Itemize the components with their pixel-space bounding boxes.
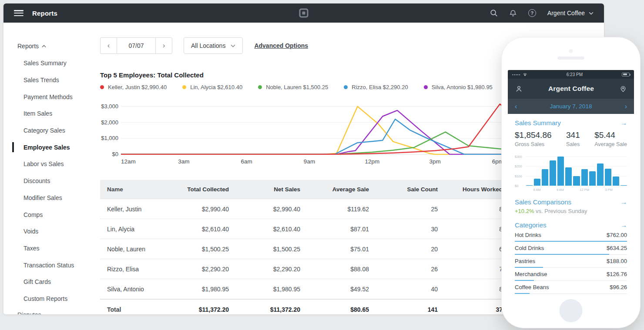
x-tick-label: 12pm xyxy=(365,158,379,165)
category-row-hot-drinks[interactable]: Hot Drinks$762.00 xyxy=(515,229,627,242)
sidebar-item-label: Modifier Sales xyxy=(23,194,62,201)
sidebar-item-label: Gift Cards xyxy=(23,278,51,285)
table-cell: $119.62 xyxy=(300,206,369,213)
sidebar-item-modifier-sales[interactable]: Modifier Sales xyxy=(3,190,97,207)
sidebar-item-sales-summary[interactable]: Sales Summary xyxy=(3,55,97,72)
sidebar-item-taxes[interactable]: Taxes xyxy=(3,240,97,257)
x-tick-label: 6 AM xyxy=(533,188,541,192)
help-icon[interactable]: ? xyxy=(528,9,536,17)
bar xyxy=(613,177,619,186)
x-tick-label: 9 AM xyxy=(557,188,564,192)
location-pin-icon[interactable] xyxy=(619,85,627,93)
bar-rect xyxy=(597,163,604,186)
search-icon[interactable] xyxy=(490,9,498,17)
notifications-bell-icon[interactable] xyxy=(509,9,517,17)
x-tick-label xyxy=(526,188,532,192)
legend-dot xyxy=(424,85,428,89)
phone-camera xyxy=(569,49,573,53)
sidebar-item-label: Custom Reports xyxy=(23,295,67,302)
line-series-lin-alycia xyxy=(121,107,508,154)
categories-header[interactable]: Categories → xyxy=(515,221,627,229)
sidebar-item-payment-methods[interactable]: Payment Methods xyxy=(3,88,97,105)
y-tick-label: $2,000 xyxy=(101,119,118,126)
sidebar-item-transaction-status[interactable]: Transaction Status xyxy=(3,257,97,273)
hamburger-menu-icon[interactable] xyxy=(14,10,23,16)
sidebar-item-gift-cards[interactable]: Gift Cards xyxy=(3,273,97,290)
sidebar-section-label: Reports xyxy=(17,43,39,50)
previous-day-button[interactable]: ‹ xyxy=(515,103,517,110)
locations-dropdown[interactable]: All Locations xyxy=(184,37,243,54)
y-tick-label: $0 xyxy=(112,151,118,157)
date-input[interactable]: 07/07 xyxy=(117,37,156,54)
sales-comparisons-header[interactable]: Sales Comparisons → xyxy=(515,198,627,206)
column-header-total-collected[interactable]: Total Collected xyxy=(161,186,229,193)
table-row: Lin, Alycia$2,610.40$2,610.40$87.01308 xyxy=(100,219,503,239)
x-tick-label xyxy=(549,188,555,192)
y-tick-label: $3,000 xyxy=(101,103,118,110)
x-tick-label xyxy=(565,188,571,192)
category-row-merchandise[interactable]: Merchandise$126.76 xyxy=(515,268,627,281)
sidebar-item-employee-sales[interactable]: Employee Sales xyxy=(3,139,97,156)
previous-date-button[interactable]: ‹ xyxy=(100,37,117,54)
advanced-options-link[interactable]: Advanced Options xyxy=(254,42,308,49)
category-name: Cold Drinks xyxy=(515,245,544,251)
category-row-pastries[interactable]: Pastries$188.00 xyxy=(515,255,627,268)
sidebar-item-discounts[interactable]: Discounts xyxy=(3,173,97,190)
category-row-cold-drinks[interactable]: Cold Drinks$634.25 xyxy=(515,242,627,255)
table-cell: $1,500.25 xyxy=(161,246,229,253)
sidebar-item-label: Comps xyxy=(23,211,43,218)
legend-label: Silva, Antonio $1,980.95 xyxy=(432,84,493,90)
table-cell: $1,500.25 xyxy=(229,246,300,253)
profile-icon[interactable] xyxy=(515,85,523,93)
category-row-coffee-beans[interactable]: Coffee Beans$96.26 xyxy=(515,281,627,294)
table-cell: $2,990.40 xyxy=(229,206,300,213)
category-value: $126.76 xyxy=(607,271,627,277)
bar xyxy=(589,171,596,186)
column-header-hours-worked[interactable]: Hours Worked xyxy=(438,186,503,193)
legend-label: Rizzo, Elisa $2,290.20 xyxy=(352,84,408,90)
sidebar-item-custom-reports[interactable]: Custom Reports xyxy=(3,290,97,307)
table-cell: 40 xyxy=(369,286,438,293)
sidebar-item-sales-trends[interactable]: Sales Trends xyxy=(3,72,97,89)
table-cell: Silva, Antonio xyxy=(100,286,161,293)
sidebar-item-item-sales[interactable]: Item Sales xyxy=(3,105,97,122)
column-header-average-sale[interactable]: Average Sale xyxy=(300,186,369,193)
phone-app-header: Argent Coffee xyxy=(508,79,634,99)
table-cell: 8 xyxy=(438,206,503,213)
column-header-sale-count[interactable]: Sale Count xyxy=(369,186,438,193)
summary-stat-average-sale: $5.44Average Sale xyxy=(594,130,627,147)
column-header-net-sales[interactable]: Net Sales xyxy=(229,186,300,193)
bar-rect xyxy=(573,176,580,186)
column-header-name[interactable]: Name xyxy=(100,186,161,193)
table-cell: 20 xyxy=(369,246,438,253)
square-logo-icon xyxy=(299,9,309,18)
category-value: $762.00 xyxy=(607,232,627,238)
table-cell: $2,610.40 xyxy=(229,226,300,233)
category-name: Coffee Beans xyxy=(515,284,549,290)
arrow-right-icon: → xyxy=(621,119,627,127)
sales-summary-header[interactable]: Sales Summary → xyxy=(515,119,627,127)
table-body: Keller, Justin$2,990.40$2,990.40$119.622… xyxy=(100,199,503,299)
sidebar-section-reports[interactable]: Reports xyxy=(3,37,97,55)
table-cell: 8 xyxy=(438,226,503,233)
x-tick-label: 12 PM xyxy=(580,188,589,192)
sidebar-item-comps[interactable]: Comps xyxy=(3,206,97,223)
sidebar-item-label: Transaction Status xyxy=(23,262,74,269)
next-day-button[interactable]: › xyxy=(625,103,627,110)
next-date-button[interactable]: › xyxy=(156,37,172,54)
wifi-icon xyxy=(523,73,527,77)
sidebar-item-category-sales[interactable]: Category Sales xyxy=(3,122,97,139)
sidebar-section-disputes[interactable]: Disputes xyxy=(17,311,41,314)
active-indicator xyxy=(12,142,14,152)
x-tick-label xyxy=(621,188,627,192)
table-cell: 141 xyxy=(369,306,438,313)
sidebar-item-label: Employee Sales xyxy=(23,144,70,151)
table-cell: $1,980.95 xyxy=(229,286,300,293)
account-menu[interactable]: Argent Coffee xyxy=(547,10,594,17)
home-button[interactable] xyxy=(560,299,583,322)
sidebar-item-voids[interactable]: Voids xyxy=(3,223,97,240)
y-tick-label: $200 xyxy=(515,164,522,168)
sidebar-item-labor-vs-sales[interactable]: Labor vs Sales xyxy=(3,156,97,173)
table-cell: $11,372.20 xyxy=(161,306,229,313)
bar-rect xyxy=(613,177,619,186)
